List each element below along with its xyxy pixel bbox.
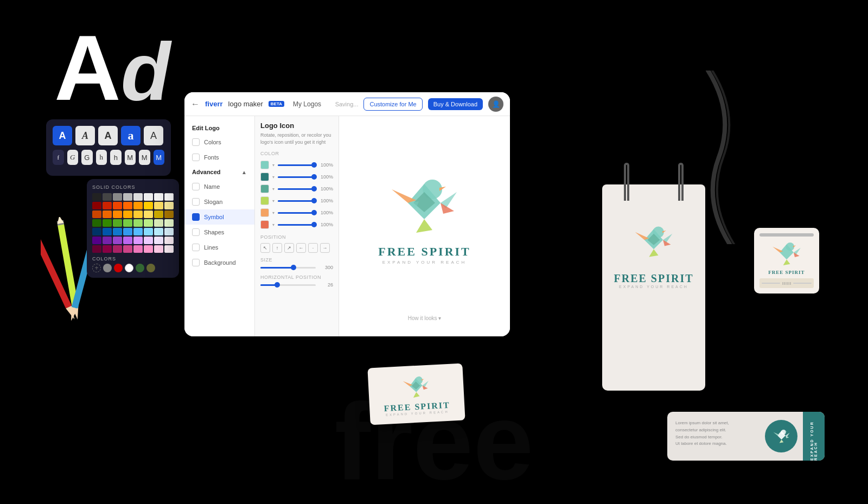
font-box-A-thin[interactable]: A (144, 126, 163, 145)
swatch[interactable] (103, 245, 112, 253)
swatch[interactable] (133, 237, 143, 244)
active-swatch-white[interactable] (125, 264, 133, 272)
swatch[interactable] (113, 219, 122, 227)
customize-button[interactable]: Customize for Me (363, 98, 422, 111)
swatch[interactable] (92, 228, 101, 235)
font-box-A-script[interactable]: a (121, 126, 141, 145)
slider-track-4[interactable] (278, 200, 316, 202)
swatch[interactable] (123, 245, 132, 253)
swatch[interactable] (164, 245, 174, 253)
swatch[interactable] (164, 237, 174, 244)
swatch[interactable] (123, 219, 132, 227)
swatch[interactable] (133, 193, 143, 201)
color-preview-5[interactable] (260, 208, 269, 217)
sidebar-item-fonts[interactable]: Fonts (184, 150, 254, 165)
slider-track-2[interactable] (278, 176, 316, 178)
swatch[interactable] (103, 228, 112, 235)
font-box-G3[interactable]: G (81, 150, 93, 165)
swatch[interactable] (133, 245, 143, 253)
add-color-btn[interactable]: + (92, 264, 101, 272)
swatch[interactable] (144, 219, 153, 227)
swatch[interactable] (123, 202, 132, 209)
font-box-A-serif[interactable]: A (75, 126, 95, 145)
buy-download-button[interactable]: Buy & Download (428, 98, 483, 110)
swatch[interactable] (113, 245, 122, 253)
swatch[interactable] (154, 210, 163, 218)
active-swatch-gray[interactable] (103, 264, 112, 272)
swatch[interactable] (113, 193, 122, 201)
swatch[interactable] (154, 245, 163, 253)
font-box-G1[interactable]: f (53, 150, 64, 165)
swatch[interactable] (113, 210, 122, 218)
swatch[interactable] (154, 202, 163, 209)
swatch[interactable] (144, 237, 153, 244)
pos-middle-right[interactable]: → (320, 243, 330, 253)
swatch[interactable] (144, 202, 153, 209)
swatch[interactable] (113, 237, 122, 244)
swatch[interactable] (123, 210, 132, 218)
slider-track-6[interactable] (278, 224, 316, 226)
swatch[interactable] (164, 193, 174, 201)
pos-top-right[interactable]: ↗ (284, 243, 294, 253)
swatch[interactable] (144, 210, 153, 218)
swatch[interactable] (113, 228, 122, 235)
swatch[interactable] (123, 237, 132, 244)
slider-track-5[interactable] (278, 212, 316, 214)
swatch[interactable] (164, 202, 174, 209)
font-box-h1[interactable]: h (96, 150, 107, 165)
pos-middle-center[interactable]: · (308, 243, 318, 253)
color-preview-4[interactable] (260, 196, 269, 205)
swatch[interactable] (113, 202, 122, 209)
swatch[interactable] (154, 193, 163, 201)
slider-track-1[interactable] (278, 164, 316, 166)
pos-middle-left[interactable]: ← (296, 243, 306, 253)
swatch[interactable] (154, 237, 163, 244)
sidebar-item-slogan[interactable]: Slogan (184, 194, 254, 209)
swatch[interactable] (154, 219, 163, 227)
advanced-section[interactable]: Advanced ▲ (184, 165, 254, 179)
swatch[interactable] (92, 193, 101, 201)
swatch[interactable] (164, 210, 174, 218)
back-button[interactable]: ← (191, 99, 200, 109)
swatch[interactable] (164, 228, 174, 235)
sidebar-item-name[interactable]: Name (184, 179, 254, 194)
font-box-M1[interactable]: M (125, 150, 136, 165)
swatch[interactable] (92, 202, 101, 209)
swatch[interactable] (144, 193, 153, 201)
swatch[interactable] (92, 219, 101, 227)
swatch[interactable] (92, 237, 101, 244)
swatch[interactable] (144, 245, 153, 253)
font-box-M3[interactable]: M (154, 150, 165, 165)
swatch[interactable] (133, 219, 143, 227)
font-box-A-blue[interactable]: A (53, 126, 72, 145)
swatch[interactable] (133, 228, 143, 235)
color-preview-2[interactable] (260, 173, 269, 181)
my-logos-link[interactable]: My Logos (293, 100, 321, 108)
swatch[interactable] (123, 228, 132, 235)
color-preview-6[interactable] (260, 220, 269, 229)
font-box-A-sans[interactable]: A (98, 126, 118, 145)
font-box-h2[interactable]: h (110, 150, 122, 165)
sidebar-item-symbol[interactable]: Symbol (184, 209, 254, 225)
user-avatar[interactable]: 👤 (488, 97, 503, 112)
swatch[interactable] (144, 228, 153, 235)
swatch[interactable] (103, 237, 112, 244)
swatch[interactable] (103, 219, 112, 227)
swatch[interactable] (92, 245, 101, 253)
swatch[interactable] (133, 210, 143, 218)
font-box-M2[interactable]: M (139, 150, 150, 165)
swatch[interactable] (123, 193, 132, 201)
color-preview-1[interactable] (260, 161, 269, 169)
active-swatch-green[interactable] (136, 264, 144, 272)
swatch[interactable] (103, 210, 112, 218)
swatch[interactable] (133, 202, 143, 209)
pos-top-center[interactable]: ↑ (272, 243, 282, 253)
slider-track-3[interactable] (278, 188, 316, 190)
size-slider[interactable] (260, 267, 316, 269)
active-swatch-red[interactable] (114, 264, 123, 272)
horiz-slider[interactable] (260, 284, 316, 286)
swatch[interactable] (103, 193, 112, 201)
sidebar-item-background[interactable]: Background (184, 255, 254, 270)
swatch[interactable] (154, 228, 163, 235)
font-box-G2[interactable]: G (67, 150, 79, 165)
